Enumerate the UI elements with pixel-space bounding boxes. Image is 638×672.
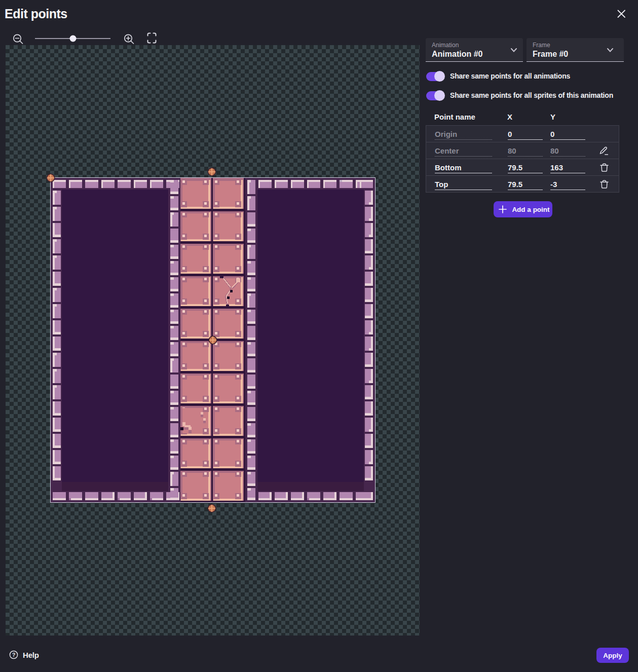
svg-text:?: ? — [12, 652, 16, 658]
